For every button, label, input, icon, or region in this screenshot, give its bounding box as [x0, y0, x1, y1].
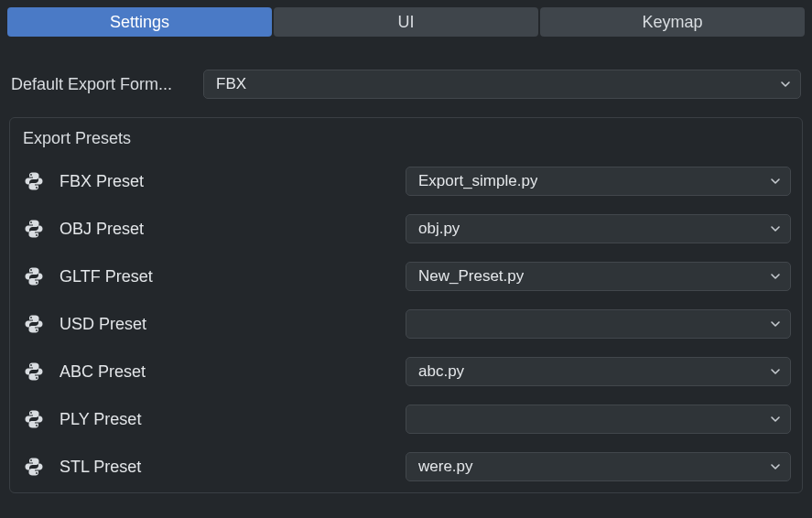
tab-keymap[interactable]: Keymap [540, 7, 805, 37]
tab-settings[interactable]: Settings [7, 7, 272, 37]
preset-label: GLTF Preset [60, 267, 406, 286]
chevron-down-icon [770, 318, 781, 329]
python-icon [23, 408, 45, 430]
chevron-down-icon [770, 223, 781, 234]
python-icon [23, 265, 45, 287]
tab-label: Settings [110, 13, 169, 32]
python-icon [23, 218, 45, 240]
preset-label: STL Preset [60, 458, 406, 477]
python-icon [23, 456, 45, 478]
preset-select-abc[interactable]: abc.py [406, 357, 791, 386]
preset-label: OBJ Preset [60, 220, 406, 239]
tab-label: UI [398, 13, 415, 32]
python-icon [23, 170, 45, 192]
preset-select-usd[interactable] [406, 309, 791, 339]
export-presets-panel: Export Presets FBX Preset Export_simple.… [9, 117, 803, 493]
tabs: Settings UI Keymap [7, 7, 805, 37]
preset-select-gltf[interactable]: New_Preset.py [406, 262, 791, 291]
preset-row-fbx: FBX Preset Export_simple.py [21, 167, 791, 196]
select-value: were.py [418, 458, 473, 476]
preset-label: ABC Preset [60, 362, 406, 382]
default-export-label: Default Export Form... [11, 75, 203, 94]
panel-title: Export Presets [21, 129, 791, 148]
preset-select-stl[interactable]: were.py [406, 452, 791, 481]
chevron-down-icon [770, 176, 781, 187]
preset-row-stl: STL Preset were.py [21, 452, 791, 481]
preset-row-gltf: GLTF Preset New_Preset.py [21, 262, 791, 291]
preset-row-obj: OBJ Preset obj.py [21, 214, 791, 243]
chevron-down-icon [770, 414, 781, 425]
preset-label: USD Preset [60, 315, 406, 334]
preset-row-usd: USD Preset [21, 309, 791, 339]
select-value: FBX [216, 75, 246, 93]
chevron-down-icon [770, 366, 781, 377]
preset-row-abc: ABC Preset abc.py [21, 357, 791, 386]
python-icon [23, 361, 45, 383]
default-export-row: Default Export Form... FBX [7, 70, 805, 99]
select-value: abc.py [418, 362, 464, 381]
select-value: New_Preset.py [418, 267, 524, 286]
chevron-down-icon [770, 461, 781, 472]
preset-label: FBX Preset [60, 172, 406, 191]
tab-label: Keymap [642, 13, 702, 32]
preset-row-ply: PLY Preset [21, 405, 791, 434]
preset-select-ply[interactable] [406, 405, 791, 434]
select-value: obj.py [418, 220, 460, 238]
preset-select-obj[interactable]: obj.py [406, 214, 791, 243]
chevron-down-icon [780, 79, 791, 90]
preset-label: PLY Preset [60, 410, 406, 429]
select-value: Export_simple.py [418, 172, 537, 190]
preset-select-fbx[interactable]: Export_simple.py [406, 167, 791, 196]
python-icon [23, 313, 45, 335]
tab-ui[interactable]: UI [274, 7, 538, 37]
default-export-select[interactable]: FBX [203, 70, 801, 99]
chevron-down-icon [770, 271, 781, 282]
